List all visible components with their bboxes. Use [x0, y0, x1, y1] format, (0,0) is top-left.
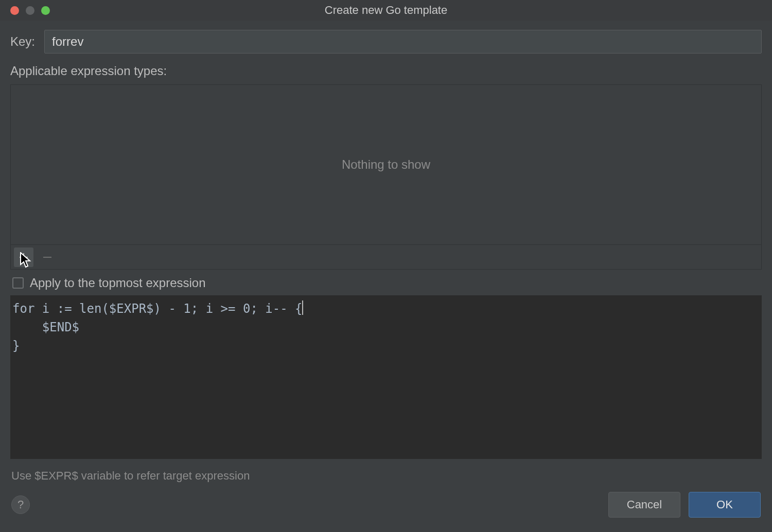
window-title: Create new Go template	[0, 4, 772, 17]
plus-icon	[19, 252, 29, 262]
applicable-types-empty: Nothing to show	[11, 85, 761, 244]
svg-rect-2	[43, 257, 51, 258]
svg-rect-1	[20, 257, 28, 258]
help-button[interactable]: ?	[11, 495, 30, 514]
hint-text: Use $EXPR$ variable to refer target expr…	[10, 459, 762, 492]
remove-type-button[interactable]	[38, 247, 57, 267]
titlebar: Create new Go template	[0, 0, 772, 21]
window-minimize-button[interactable]	[26, 6, 34, 15]
window-controls	[0, 6, 50, 15]
key-input[interactable]	[44, 30, 762, 54]
applicable-types-label: Applicable expression types:	[10, 64, 762, 78]
window-close-button[interactable]	[10, 6, 19, 15]
apply-topmost-checkbox[interactable]	[12, 277, 24, 289]
key-row: Key:	[10, 30, 762, 54]
template-body-line3: }	[12, 339, 20, 353]
template-body-editor[interactable]: for i := len($EXPR$) - 1; i >= 0; i-- { …	[10, 295, 762, 459]
apply-topmost-row: Apply to the topmost expression	[12, 276, 762, 290]
ok-button[interactable]: OK	[689, 492, 761, 518]
add-type-button[interactable]	[14, 247, 33, 267]
dialog-footer: ? Cancel OK	[0, 492, 772, 532]
key-label: Key:	[10, 34, 35, 49]
applicable-types-toolbar	[11, 244, 761, 269]
text-caret	[302, 300, 303, 315]
applicable-types-list[interactable]: Nothing to show	[10, 84, 762, 270]
template-body-line2: $END$	[12, 320, 79, 334]
cancel-button[interactable]: Cancel	[608, 492, 680, 518]
apply-topmost-label: Apply to the topmost expression	[30, 276, 206, 290]
minus-icon	[42, 252, 52, 262]
window-zoom-button[interactable]	[41, 6, 50, 15]
template-body-line1: for i := len($EXPR$) - 1; i >= 0; i-- {	[12, 302, 303, 316]
